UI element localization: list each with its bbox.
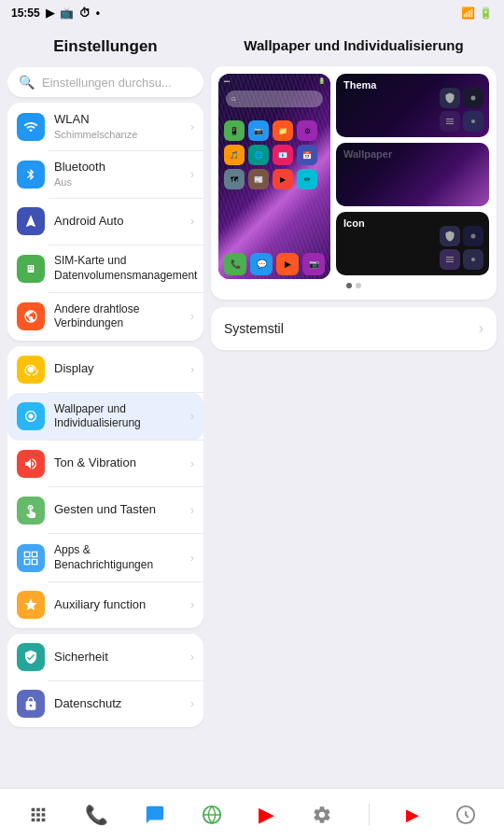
search-icon: 🔍: [19, 75, 35, 90]
systemstil-card[interactable]: Systemstil ›: [211, 307, 497, 350]
thema-label: Thema: [343, 79, 376, 91]
settings-item-wlan[interactable]: WLAN Schimmelschanze ›: [7, 103, 203, 150]
thema-icon-4: [463, 111, 483, 132]
nav-message-icon[interactable]: [145, 805, 165, 825]
icon-item-3: [440, 249, 460, 270]
left-panel-title: Einstellungen: [7, 34, 203, 62]
wlan-chevron: ›: [190, 120, 194, 133]
status-icon-youtube: 📺: [60, 7, 74, 20]
sicherheit-icon: [17, 643, 45, 671]
nav-youtube-icon[interactable]: ▶: [259, 803, 274, 827]
wlan-icon: [17, 113, 45, 141]
right-panel-title: Wallpaper und Individualisierung: [211, 34, 497, 59]
settings-item-apps[interactable]: Apps & Benachrichtigungen ›: [7, 534, 203, 581]
icon-item-2: [463, 226, 483, 246]
phone-search-bar: G: [226, 91, 323, 107]
phone-status-bar: ••• 🔋: [224, 77, 325, 84]
aux-label: Auxiliary function: [54, 597, 181, 613]
preview-options: Thema: [336, 74, 489, 275]
sicherheit-chevron: ›: [190, 651, 194, 664]
status-icon-play: ▶: [46, 7, 54, 20]
nav-divider: [369, 804, 370, 826]
thema-icons: [440, 88, 483, 132]
thema-icon-1: [440, 88, 460, 108]
status-time: 15:55: [11, 7, 40, 20]
sound-label: Ton & Vibration: [54, 455, 181, 471]
apps-icon: [17, 544, 45, 572]
dot-2: [356, 283, 361, 288]
android-auto-chevron: ›: [190, 215, 194, 228]
settings-item-sicherheit[interactable]: Sicherheit ›: [7, 634, 203, 680]
status-icon-clock: ⏱: [79, 7, 91, 20]
sim-label: SIM-Karte und Datenvolumensmanagement: [54, 254, 197, 283]
icon-icons: [440, 226, 483, 270]
systemstil-chevron: ›: [479, 320, 483, 337]
phone-mockup[interactable]: ••• 🔋 G 📱 📷 📁 ⚙: [218, 74, 330, 279]
datenschutz-label: Datenschutz: [54, 696, 181, 712]
settings-item-gesture[interactable]: Gesten und Tasten ›: [7, 487, 203, 534]
settings-item-android-auto[interactable]: Android Auto ›: [7, 198, 203, 245]
systemstil-label: Systemstil: [224, 321, 284, 336]
settings-item-datenschutz[interactable]: Datenschutz ›: [7, 680, 203, 727]
left-panel: Einstellungen 🔍 Einstellungen durchsu...…: [7, 34, 203, 780]
android-auto-icon: [17, 207, 45, 235]
wallpaper-label: Wallpaper und Individualisierung: [54, 402, 181, 431]
nav-youtube2-icon[interactable]: ▶: [406, 805, 419, 825]
bluetooth-chevron: ›: [190, 168, 194, 181]
status-icon-dot: •: [96, 7, 100, 20]
settings-item-aux[interactable]: Auxiliary function ›: [7, 581, 203, 628]
bluetooth-icon: [17, 161, 45, 189]
settings-group-security: Sicherheit › Datenschutz ›: [7, 634, 203, 727]
settings-item-wallpaper[interactable]: Wallpaper und Individualisierung ›: [7, 393, 203, 441]
sound-icon: [17, 450, 45, 478]
sim-icon: [17, 255, 45, 283]
icon-item-1: [440, 226, 460, 246]
svg-point-1: [471, 234, 476, 239]
sicherheit-label: Sicherheit: [54, 650, 181, 665]
display-label: Display: [54, 361, 181, 377]
aux-icon: [17, 591, 45, 619]
search-placeholder: Einstellungen durchsu...: [42, 76, 172, 90]
right-panel: Wallpaper und Individualisierung ••• 🔋 G: [211, 34, 497, 780]
svg-point-0: [471, 96, 476, 101]
settings-item-display[interactable]: Display ›: [7, 346, 203, 393]
thema-icon-3: [440, 111, 460, 132]
wlan-label: WLAN Schimmelschanze: [54, 112, 181, 141]
bluetooth-label: Bluetooth Aus: [54, 160, 181, 189]
phone-apps-area: 📱 📷 📁 ⚙ 🎵 🌐 📧 📅: [224, 120, 325, 189]
icon-item-4: [463, 249, 483, 270]
phone-dock: 📞 💬 ▶ 📷: [224, 253, 325, 275]
nav-grid-icon[interactable]: [28, 805, 49, 825]
datenschutz-chevron: ›: [190, 697, 194, 710]
gesture-label: Gesten und Tasten: [54, 502, 181, 518]
search-box[interactable]: 🔍 Einstellungen durchsu...: [7, 67, 203, 97]
status-bar: 15:55 ▶ 📺 ⏱ • 📶 🔋: [0, 0, 504, 26]
nav-settings-icon[interactable]: [312, 805, 332, 825]
aux-chevron: ›: [190, 598, 194, 611]
status-left: 15:55 ▶ 📺 ⏱ •: [11, 7, 100, 20]
option-card-icon[interactable]: Icon: [336, 212, 489, 275]
other-wireless-chevron: ›: [190, 310, 194, 323]
wallpaper-preview: ••• 🔋 G 📱 📷 📁 ⚙: [211, 66, 497, 300]
option-card-thema[interactable]: Thema: [336, 74, 489, 137]
apps-label: Apps & Benachrichtigungen: [54, 543, 181, 572]
nav-browser-icon[interactable]: [202, 805, 222, 825]
sound-chevron: ›: [190, 457, 194, 470]
other-wireless-icon: [17, 302, 45, 330]
preview-row: ••• 🔋 G 📱 📷 📁 ⚙: [218, 74, 489, 279]
settings-item-other-wireless[interactable]: Andere drahtlose Verbindungen ›: [7, 293, 203, 341]
datenschutz-icon: [17, 690, 45, 718]
nav-settings2-icon[interactable]: [455, 805, 476, 825]
settings-item-bluetooth[interactable]: Bluetooth Aus ›: [7, 150, 203, 198]
dots-indicator: [218, 279, 489, 292]
settings-item-sim[interactable]: SIM-Karte und Datenvolumensmanagement ›: [7, 245, 203, 292]
wallpaper-bg-preview: [336, 143, 489, 206]
wallpaper-chevron: ›: [190, 410, 194, 423]
nav-phone-icon[interactable]: 📞: [85, 804, 108, 826]
settings-group-connectivity: WLAN Schimmelschanze › Bluetooth Aus ›: [7, 103, 203, 341]
display-chevron: ›: [190, 363, 194, 376]
settings-item-sound[interactable]: Ton & Vibration ›: [7, 441, 203, 487]
option-card-wallpaper[interactable]: Wallpaper: [336, 143, 489, 206]
status-right: 📶 🔋: [461, 7, 493, 20]
gesture-icon: [17, 497, 45, 525]
